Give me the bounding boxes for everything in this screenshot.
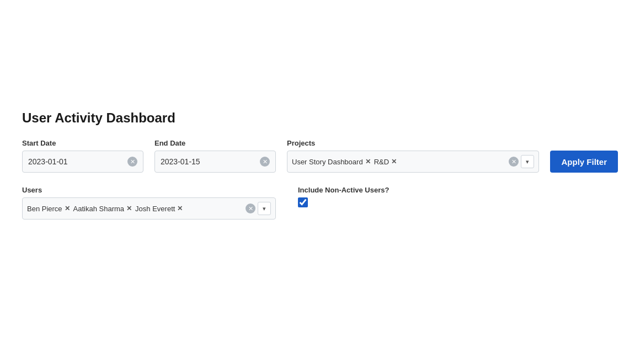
users-clear-all-button[interactable]: ✕ [246,204,255,213]
project-tag-2: R&D ✕ [374,158,397,166]
project-tag-2-remove[interactable]: ✕ [391,158,397,165]
start-date-label: Start Date [22,139,143,147]
user-tag-1: Ben Pierce ✕ [27,205,70,213]
projects-dropdown-button[interactable]: ▾ [521,155,534,168]
projects-group: Projects User Story Dashboard ✕ R&D ✕ ✕ … [287,139,539,173]
users-label: Users [22,186,276,194]
user-tag-1-label: Ben Pierce [27,205,62,213]
include-non-active-wrapper [298,197,389,207]
filter-row-1: Start Date ✕ End Date ✕ Projects User St… [22,139,618,173]
projects-actions: ✕ ▾ [509,155,534,168]
page-title: User Activity Dashboard [22,110,618,126]
users-tags-area: Ben Pierce ✕ Aatikah Sharma ✕ Josh Evere… [27,205,242,213]
users-multiselect[interactable]: Ben Pierce ✕ Aatikah Sharma ✕ Josh Evere… [22,197,276,220]
include-non-active-label: Include Non-Active Users? [298,186,389,194]
end-date-input-wrapper: ✕ [154,151,276,173]
include-non-active-checkbox[interactable] [298,197,308,207]
user-tag-2: Aatikah Sharma ✕ [73,205,132,213]
project-tag-1-label: User Story Dashboard [292,158,363,166]
user-tag-3-remove[interactable]: ✕ [177,205,183,212]
user-tag-1-remove[interactable]: ✕ [65,205,70,212]
users-dropdown-button[interactable]: ▾ [258,202,271,215]
projects-label: Projects [287,139,539,147]
user-tag-3: Josh Everett ✕ [135,205,183,213]
user-tag-3-label: Josh Everett [135,205,175,213]
start-date-input[interactable] [28,157,124,166]
filter-row-2: Users Ben Pierce ✕ Aatikah Sharma ✕ Josh… [22,186,618,220]
projects-tags-area: User Story Dashboard ✕ R&D ✕ [292,158,505,166]
users-actions: ✕ ▾ [246,202,271,215]
apply-filter-button[interactable]: Apply Filter [550,151,618,173]
project-tag-2-label: R&D [374,158,389,166]
project-tag-1: User Story Dashboard ✕ [292,158,371,166]
end-date-label: End Date [154,139,276,147]
user-tag-2-remove[interactable]: ✕ [126,205,132,212]
start-date-clear-button[interactable]: ✕ [127,157,137,167]
start-date-input-wrapper: ✕ [22,151,143,173]
user-tag-2-label: Aatikah Sharma [73,205,125,213]
projects-clear-all-button[interactable]: ✕ [509,157,519,167]
end-date-input[interactable] [161,157,257,166]
project-tag-1-remove[interactable]: ✕ [365,158,371,165]
end-date-group: End Date ✕ [154,139,276,173]
end-date-clear-button[interactable]: ✕ [260,157,270,167]
users-group: Users Ben Pierce ✕ Aatikah Sharma ✕ Josh… [22,186,276,220]
include-non-active-group: Include Non-Active Users? [298,186,389,207]
start-date-group: Start Date ✕ [22,139,143,173]
projects-multiselect[interactable]: User Story Dashboard ✕ R&D ✕ ✕ ▾ [287,151,539,173]
